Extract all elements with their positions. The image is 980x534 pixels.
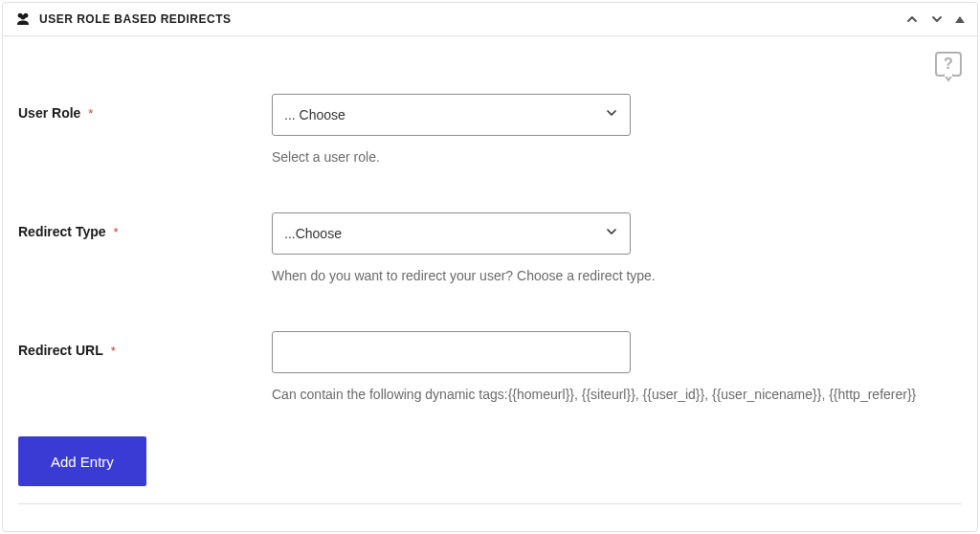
redirect-type-select-wrap: ...Choose bbox=[272, 212, 631, 255]
svg-rect-6 bbox=[945, 74, 952, 77]
users-group-icon bbox=[14, 11, 32, 28]
field-col: ... Choose Select a user role. bbox=[272, 94, 962, 165]
panel-title: USER ROLE BASED REDIRECTS bbox=[39, 12, 232, 26]
user-role-helper: Select a user role. bbox=[272, 149, 962, 165]
help-icon[interactable]: ? bbox=[935, 52, 962, 78]
svg-marker-3 bbox=[955, 16, 965, 23]
move-down-icon[interactable] bbox=[929, 11, 945, 27]
redirect-type-label: Redirect Type bbox=[18, 224, 106, 239]
user-role-label: User Role bbox=[18, 105, 80, 121]
required-marker: * bbox=[111, 344, 116, 358]
user-role-select[interactable]: ... Choose bbox=[272, 94, 631, 136]
label-col: Redirect Type * bbox=[18, 212, 272, 239]
redirect-url-input[interactable] bbox=[272, 331, 631, 373]
panel-container: USER ROLE BASED REDIRECTS bbox=[2, 2, 978, 532]
required-marker: * bbox=[114, 225, 119, 239]
svg-point-2 bbox=[20, 14, 25, 19]
panel-header-controls bbox=[904, 11, 966, 27]
redirect-type-selected-value: ...Choose bbox=[284, 226, 342, 241]
add-entry-button[interactable]: Add Entry bbox=[18, 436, 146, 486]
field-col: ...Choose When do you want to redirect y… bbox=[272, 212, 962, 283]
row-redirect-url: Redirect URL * Can contain the following… bbox=[18, 331, 962, 402]
move-up-icon[interactable] bbox=[904, 11, 920, 27]
panel-header-left: USER ROLE BASED REDIRECTS bbox=[14, 11, 232, 28]
user-role-selected-value: ... Choose bbox=[284, 107, 345, 122]
panel-body: ? User Role * ... Choose bbox=[3, 36, 977, 531]
panel-header: USER ROLE BASED REDIRECTS bbox=[3, 3, 977, 36]
divider bbox=[18, 503, 962, 504]
required-marker: * bbox=[88, 106, 93, 121]
redirect-url-helper: Can contain the following dynamic tags:{… bbox=[272, 387, 962, 402]
redirect-type-select[interactable]: ...Choose bbox=[272, 212, 631, 255]
row-user-role: User Role * ... Choose Select a user rol… bbox=[18, 94, 962, 165]
user-role-select-wrap: ... Choose bbox=[272, 94, 631, 136]
redirect-url-label: Redirect URL bbox=[18, 343, 103, 358]
row-redirect-type: Redirect Type * ...Choose When do you wa… bbox=[18, 212, 962, 283]
svg-text:?: ? bbox=[944, 56, 953, 72]
label-col: Redirect URL * bbox=[18, 331, 272, 358]
field-col: Can contain the following dynamic tags:{… bbox=[272, 331, 962, 402]
redirect-type-helper: When do you want to redirect your user? … bbox=[272, 268, 962, 283]
collapse-icon[interactable] bbox=[954, 13, 966, 25]
label-col: User Role * bbox=[18, 94, 272, 121]
